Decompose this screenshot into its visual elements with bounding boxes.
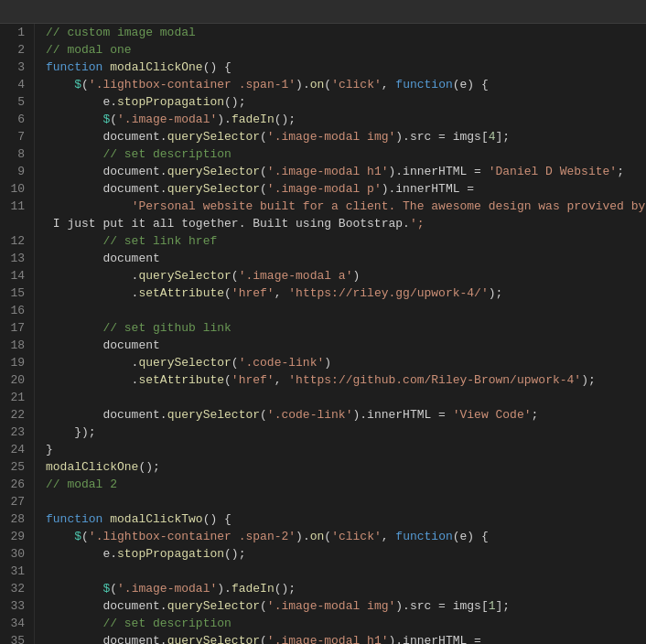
code-line: modalClickOne(); (46, 458, 646, 476)
code-line: e.stopPropagation(); (46, 545, 646, 563)
code-line: // modal 2 (46, 476, 646, 493)
code-line: $('.image-modal').fadeIn(); (46, 580, 646, 597)
code-line: $('.lightbox-container .span-1').on('cli… (46, 76, 646, 93)
code-line: // modal one (46, 41, 646, 59)
code-line: document (46, 337, 646, 354)
line-number: 10 (9, 180, 25, 198)
line-number: 7 (9, 128, 25, 145)
code-line: document.querySelector('.image-modal img… (46, 597, 646, 615)
code-line: document.querySelector('.image-modal h1'… (46, 163, 646, 180)
line-number: 11 (9, 198, 25, 215)
code-content: // custom image modal// modal onefunctio… (35, 24, 646, 644)
line-number: 20 (9, 371, 25, 389)
code-line: }); (46, 424, 646, 441)
line-number: 35 (9, 632, 25, 644)
line-number: 32 (9, 580, 25, 597)
code-line: .setAttribute('href', 'https://github.co… (46, 371, 646, 389)
line-number (9, 215, 25, 232)
line-number: 27 (9, 493, 25, 510)
code-line: function modalClickTwo() { (46, 510, 646, 528)
line-number: 14 (9, 267, 25, 284)
code-line: // set link href (46, 232, 646, 250)
line-number: 34 (9, 615, 25, 632)
code-line: .querySelector('.image-modal a') (46, 267, 646, 284)
line-number: 8 (9, 145, 25, 163)
line-number: 29 (9, 528, 25, 545)
line-number: 33 (9, 597, 25, 615)
code-line: .querySelector('.code-link') (46, 354, 646, 371)
code-line: $('.image-modal').fadeIn(); (46, 111, 646, 128)
code-line: // set github link (46, 319, 646, 337)
line-number: 26 (9, 476, 25, 493)
line-number: 1 (9, 24, 25, 41)
code-line: I just put it all together. Built using … (46, 215, 646, 232)
line-number: 28 (9, 510, 25, 528)
code-line: $('.lightbox-container .span-2').on('cli… (46, 528, 646, 545)
code-line: 'Personal website built for a client. Th… (46, 198, 646, 215)
code-line: document.querySelector('.image-modal img… (46, 128, 646, 145)
line-number: 25 (9, 458, 25, 476)
code-line: } (46, 441, 646, 458)
line-number: 18 (9, 337, 25, 354)
line-number: 19 (9, 354, 25, 371)
code-line: // custom image modal (46, 24, 646, 41)
code-line: document.querySelector('.code-link').inn… (46, 406, 646, 424)
line-number: 17 (9, 319, 25, 337)
line-number: 31 (9, 563, 25, 580)
code-line (46, 493, 646, 510)
code-line: // set description (46, 615, 646, 632)
line-number: 12 (9, 232, 25, 250)
line-number: 22 (9, 406, 25, 424)
code-line: // set description (46, 145, 646, 163)
code-line: e.stopPropagation(); (46, 93, 646, 111)
code-container: 1234567891011121314151617181920212223242… (0, 24, 646, 644)
line-number: 13 (9, 250, 25, 267)
line-number: 9 (9, 163, 25, 180)
line-number: 6 (9, 111, 25, 128)
title-bar (0, 0, 646, 24)
line-number: 16 (9, 302, 25, 319)
line-number: 4 (9, 76, 25, 93)
line-number: 24 (9, 441, 25, 458)
line-number: 2 (9, 41, 25, 59)
line-number: 21 (9, 389, 25, 406)
code-line (46, 389, 646, 406)
line-number: 30 (9, 545, 25, 563)
code-line: document.querySelector('.image-modal p')… (46, 180, 646, 198)
line-numbers: 1234567891011121314151617181920212223242… (0, 24, 35, 644)
line-number: 5 (9, 93, 25, 111)
code-line: .setAttribute('href', 'https://riley.gg/… (46, 284, 646, 302)
line-number: 15 (9, 284, 25, 302)
line-number: 3 (9, 59, 25, 76)
code-line: document.querySelector('.image-modal h1'… (46, 632, 646, 644)
code-line (46, 563, 646, 580)
code-line (46, 302, 646, 319)
code-line: document (46, 250, 646, 267)
line-number: 23 (9, 424, 25, 441)
code-line: function modalClickOne() { (46, 59, 646, 76)
